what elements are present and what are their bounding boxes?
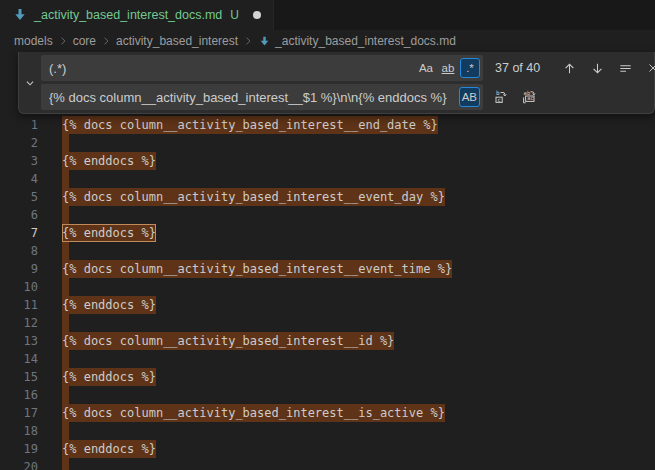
line-text xyxy=(62,170,69,188)
line-number[interactable]: 13 xyxy=(0,332,38,350)
line-number[interactable]: 11 xyxy=(0,296,38,314)
line-text: {% docs column__activity_based_interest_… xyxy=(62,116,438,134)
line-number[interactable]: 16 xyxy=(0,386,38,404)
chevron-right-icon xyxy=(55,35,71,47)
close-button[interactable] xyxy=(643,58,655,78)
line-text: {% enddocs %} xyxy=(62,368,156,386)
replace-all-button[interactable]: ab ac xyxy=(519,87,539,107)
editor-line[interactable]: 19{% enddocs %} xyxy=(0,440,655,458)
editor-line[interactable]: 16 xyxy=(0,386,655,404)
editor-line[interactable]: 18 xyxy=(0,422,655,440)
line-number[interactable]: 14 xyxy=(0,350,38,368)
editor-line[interactable]: 7{% enddocs %} xyxy=(0,224,655,242)
line-number[interactable]: 7 xyxy=(0,224,38,242)
close-icon xyxy=(646,61,655,75)
toggle-replace-button[interactable] xyxy=(19,55,41,110)
breadcrumb-item[interactable]: models xyxy=(12,34,55,48)
find-input[interactable]: (.*) Aa ab .* xyxy=(41,55,483,81)
previous-match-button[interactable] xyxy=(559,58,579,78)
arrow-down-icon xyxy=(590,61,605,76)
line-number[interactable]: 8 xyxy=(0,242,38,260)
editor-line[interactable]: 15{% enddocs %} xyxy=(0,368,655,386)
find-match: {% docs column__activity_based_interest_… xyxy=(62,260,452,278)
line-text: {% docs column__activity_based_interest_… xyxy=(62,188,445,206)
find-match-empty xyxy=(62,458,69,470)
editor-line[interactable]: 10 xyxy=(0,278,655,296)
unsaved-dot-icon[interactable] xyxy=(253,11,261,19)
editor-line[interactable]: 1{% docs column__activity_based_interest… xyxy=(0,116,655,134)
editor-line[interactable]: 11{% enddocs %} xyxy=(0,296,655,314)
editor-line[interactable]: 9{% docs column__activity_based_interest… xyxy=(0,260,655,278)
replace-icon: b c xyxy=(493,89,509,105)
find-match: {% docs column__activity_based_interest_… xyxy=(62,116,438,134)
editor-line[interactable]: 17{% docs column__activity_based_interes… xyxy=(0,404,655,422)
replace-button[interactable]: b c xyxy=(491,87,511,107)
editor-line[interactable]: 2 xyxy=(0,134,655,152)
line-number[interactable]: 5 xyxy=(0,188,38,206)
find-match-empty xyxy=(62,206,69,224)
line-number[interactable]: 12 xyxy=(0,314,38,332)
find-match: {% enddocs %} xyxy=(62,152,156,170)
chevron-right-icon xyxy=(98,35,114,47)
replace-input-value: {% docs column__activity_based_interest_… xyxy=(49,90,459,105)
find-in-selection-button[interactable] xyxy=(615,58,635,78)
breadcrumb-item[interactable]: activity_based_interest xyxy=(114,34,240,48)
line-number[interactable]: 20 xyxy=(0,458,38,470)
svg-text:ac: ac xyxy=(527,95,534,101)
line-text: {% docs column__activity_based_interest_… xyxy=(62,260,452,278)
replace-all-icon: ab ac xyxy=(521,89,537,105)
arrow-up-icon xyxy=(562,61,577,76)
find-match: {% docs column__activity_based_interest_… xyxy=(62,332,394,350)
line-number[interactable]: 9 xyxy=(0,260,38,278)
breadcrumb-item-file[interactable]: _activity_based_interest_docs.md xyxy=(256,34,458,48)
editor-area: (.*) Aa ab .* 37 of 40 xyxy=(0,52,655,470)
editor: 1{% docs column__activity_based_interest… xyxy=(0,52,655,470)
line-number[interactable]: 2 xyxy=(0,134,38,152)
line-text xyxy=(62,458,69,470)
editor-line[interactable]: 3{% enddocs %} xyxy=(0,152,655,170)
line-text xyxy=(62,278,69,296)
regex-button[interactable]: .* xyxy=(460,58,480,78)
line-number[interactable]: 1 xyxy=(0,116,38,134)
find-match: {% docs column__activity_based_interest_… xyxy=(62,188,445,206)
editor-line[interactable]: 20 xyxy=(0,458,655,470)
editor-line[interactable]: 5{% docs column__activity_based_interest… xyxy=(0,188,655,206)
editor-line[interactable]: 14 xyxy=(0,350,655,368)
line-number[interactable]: 15 xyxy=(0,368,38,386)
replace-input[interactable]: {% docs column__activity_based_interest_… xyxy=(41,84,483,110)
line-number[interactable]: 10 xyxy=(0,278,38,296)
find-replace-widget: (.*) Aa ab .* 37 of 40 xyxy=(18,52,655,114)
editor-line[interactable]: 4 xyxy=(0,170,655,188)
breadcrumb: modelscoreactivity_based_interest _activ… xyxy=(0,30,655,52)
line-number[interactable]: 3 xyxy=(0,152,38,170)
markdown-icon xyxy=(258,35,271,48)
line-number[interactable]: 17 xyxy=(0,404,38,422)
line-text: {% docs column__activity_based_interest_… xyxy=(62,404,445,422)
line-text: {% enddocs %} xyxy=(62,296,156,314)
line-text: {% enddocs %} xyxy=(62,152,156,170)
match-count: 37 of 40 xyxy=(495,61,551,75)
line-number[interactable]: 19 xyxy=(0,440,38,458)
editor-line[interactable]: 12 xyxy=(0,314,655,332)
line-number[interactable]: 4 xyxy=(0,170,38,188)
find-match-empty xyxy=(62,386,69,404)
match-case-button[interactable]: Aa xyxy=(416,58,436,78)
tab-filename: _activity_based_interest_docs.md xyxy=(34,8,222,22)
editor-line[interactable]: 8 xyxy=(0,242,655,260)
tab-bar: _activity_based_interest_docs.md U xyxy=(0,0,655,30)
find-match-empty xyxy=(62,350,69,368)
line-number[interactable]: 6 xyxy=(0,206,38,224)
line-text xyxy=(62,350,69,368)
next-match-button[interactable] xyxy=(587,58,607,78)
line-text xyxy=(62,422,69,440)
breadcrumb-item[interactable]: core xyxy=(71,34,98,48)
find-match-empty xyxy=(62,134,69,152)
line-text xyxy=(62,134,69,152)
tab-activity-docs[interactable]: _activity_based_interest_docs.md U xyxy=(0,0,274,30)
whole-word-button[interactable]: ab xyxy=(438,58,458,78)
editor-line[interactable]: 6 xyxy=(0,206,655,224)
line-text: {% enddocs %} xyxy=(62,440,156,458)
editor-line[interactable]: 13{% docs column__activity_based_interes… xyxy=(0,332,655,350)
preserve-case-button[interactable]: AB xyxy=(459,87,480,107)
line-number[interactable]: 18 xyxy=(0,422,38,440)
